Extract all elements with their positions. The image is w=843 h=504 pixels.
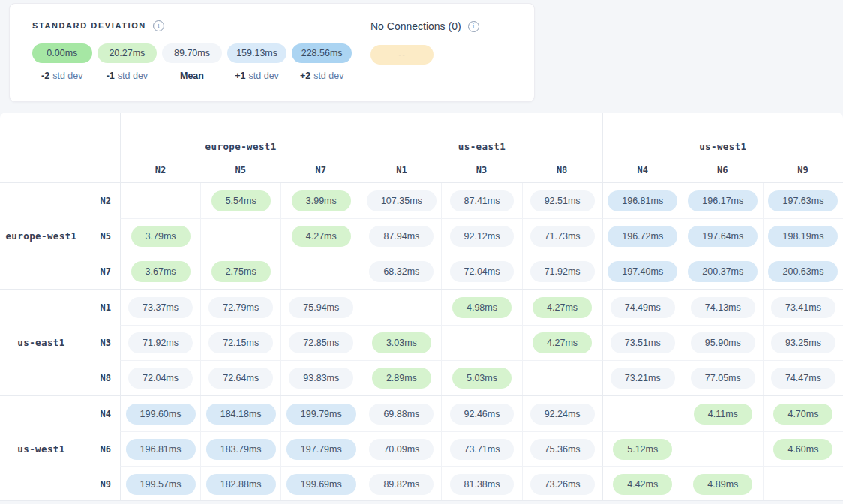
latency-pill[interactable]: 196.81ms	[126, 439, 196, 460]
latency-pill[interactable]: 72.85ms	[289, 332, 353, 353]
latency-pill[interactable]: 2.89ms	[372, 368, 431, 388]
latency-pill[interactable]: 73.21ms	[610, 368, 675, 388]
latency-pill[interactable]: 4.70ms	[773, 404, 832, 424]
latency-cell-N7-N8: 71.92ms	[522, 254, 602, 289]
latency-cell-N9-N1: 89.82ms	[361, 466, 441, 501]
latency-pill[interactable]: 4.60ms	[773, 439, 832, 460]
latency-cell-N1-N5: 72.79ms	[200, 290, 280, 325]
latency-pill[interactable]: 3.03ms	[372, 332, 431, 353]
matrix-region-header-row: europe-west1us-east1us-west1	[0, 112, 843, 158]
latency-pill[interactable]: 4.27ms	[532, 297, 592, 318]
latency-pill[interactable]: 4.27ms	[532, 332, 592, 353]
latency-pill[interactable]: 77.05ms	[691, 368, 755, 388]
latency-pill[interactable]: 72.04ms	[450, 261, 514, 282]
latency-pill[interactable]: 197.40ms	[608, 261, 677, 282]
latency-pill[interactable]: 81.38ms	[450, 474, 514, 495]
latency-pill[interactable]: 199.57ms	[126, 474, 196, 495]
latency-pill[interactable]: 182.88ms	[206, 474, 276, 495]
latency-pill[interactable]: 89.82ms	[369, 474, 434, 495]
latency-cell-N3-N1: 3.03ms	[361, 325, 441, 360]
latency-matrix: europe-west1us-east1us-west1 N2N5N7N1N3N…	[0, 112, 843, 501]
latency-pill[interactable]: 93.83ms	[289, 368, 353, 388]
latency-cell-N6-N6	[682, 431, 763, 466]
latency-pill[interactable]: 196.81ms	[608, 190, 677, 212]
latency-pill[interactable]: 199.60ms	[126, 404, 196, 424]
latency-cell-N8-N1: 2.89ms	[361, 360, 441, 395]
latency-pill[interactable]: 3.99ms	[292, 190, 351, 212]
latency-pill[interactable]: 4.11ms	[694, 404, 752, 424]
info-icon[interactable]: i	[153, 20, 164, 32]
info-icon[interactable]: i	[468, 21, 479, 32]
legend-stop-pill-4: 228.56ms	[292, 44, 352, 63]
region-row-label: us-west1	[0, 396, 82, 501]
latency-pill[interactable]: 72.15ms	[208, 332, 273, 353]
latency-pill[interactable]: 73.51ms	[610, 332, 675, 353]
latency-pill[interactable]: 92.24ms	[530, 404, 595, 424]
latency-pill[interactable]: 4.89ms	[693, 474, 752, 495]
matrix-node-header-row: N2N5N7N1N3N8N4N6N9	[0, 158, 843, 183]
latency-cell-N4-N3: 92.46ms	[441, 396, 521, 431]
latency-cell-N9-N2: 199.57ms	[120, 466, 200, 501]
latency-pill[interactable]: 92.12ms	[450, 226, 514, 247]
latency-pill[interactable]: 4.98ms	[452, 297, 512, 318]
latency-pill[interactable]: 3.79ms	[131, 226, 190, 247]
latency-pill[interactable]: 107.35ms	[367, 190, 436, 212]
latency-pill[interactable]: 75.94ms	[289, 297, 353, 318]
latency-cell-N7-N1: 68.32ms	[361, 254, 441, 289]
latency-pill[interactable]: 73.26ms	[530, 474, 595, 495]
latency-pill[interactable]: 200.37ms	[688, 261, 758, 282]
latency-pill[interactable]: 71.73ms	[530, 226, 595, 247]
latency-cell-N8-N9: 74.47ms	[763, 360, 843, 395]
latency-pill[interactable]: 72.79ms	[208, 297, 273, 318]
latency-pill[interactable]: 2.75ms	[212, 261, 271, 282]
latency-pill[interactable]: 196.72ms	[608, 226, 677, 247]
latency-pill[interactable]: 93.25ms	[771, 332, 836, 353]
latency-pill[interactable]: 197.64ms	[688, 226, 758, 247]
latency-pill[interactable]: 5.12ms	[613, 439, 672, 460]
latency-pill[interactable]: 72.64ms	[208, 368, 273, 388]
latency-cell-N9-N5: 182.88ms	[200, 466, 280, 501]
latency-pill[interactable]: 74.13ms	[691, 297, 755, 318]
latency-cell-N3-N2: 71.92ms	[120, 325, 200, 360]
latency-pill[interactable]: 183.79ms	[206, 439, 276, 460]
latency-pill[interactable]: 198.19ms	[768, 226, 838, 247]
latency-pill[interactable]: 95.90ms	[691, 332, 755, 353]
latency-pill[interactable]: 199.69ms	[286, 474, 356, 495]
latency-pill[interactable]: 92.46ms	[450, 404, 514, 424]
latency-pill[interactable]: 3.67ms	[131, 261, 190, 282]
latency-pill[interactable]: 184.18ms	[206, 404, 276, 424]
latency-pill[interactable]: 72.04ms	[128, 368, 193, 388]
latency-cell-N5-N2: 3.79ms	[120, 218, 200, 254]
latency-pill[interactable]: 4.42ms	[613, 474, 672, 495]
latency-cell-N1-N4: 74.49ms	[602, 290, 682, 325]
region-header-europe-west1: europe-west1	[120, 112, 361, 158]
latency-pill[interactable]: 74.49ms	[610, 297, 675, 318]
latency-pill[interactable]: 196.17ms	[688, 190, 758, 212]
latency-cell-N2-N7: 3.99ms	[280, 183, 361, 218]
latency-pill[interactable]: 73.71ms	[450, 439, 514, 460]
latency-pill[interactable]: 197.63ms	[768, 190, 838, 212]
latency-pill[interactable]: 68.32ms	[369, 261, 434, 282]
latency-pill[interactable]: 199.79ms	[286, 404, 356, 424]
latency-pill[interactable]: 69.88ms	[369, 404, 434, 424]
latency-pill[interactable]: 87.41ms	[450, 190, 514, 212]
latency-cell-N9-N7: 199.69ms	[280, 466, 361, 501]
latency-pill[interactable]: 197.79ms	[286, 439, 356, 460]
latency-pill[interactable]: 73.37ms	[128, 297, 193, 318]
latency-pill[interactable]: 200.63ms	[768, 261, 838, 282]
col-header-N7: N7	[280, 158, 361, 182]
latency-pill[interactable]: 73.41ms	[771, 297, 836, 318]
latency-cell-N1-N1	[361, 290, 441, 325]
latency-pill[interactable]: 87.94ms	[369, 226, 434, 247]
latency-pill[interactable]: 74.47ms	[771, 368, 836, 388]
latency-pill[interactable]: 75.36ms	[530, 439, 595, 460]
latency-cell-N5-N3: 92.12ms	[441, 218, 521, 254]
latency-cell-N4-N1: 69.88ms	[361, 396, 441, 431]
latency-pill[interactable]: 70.09ms	[369, 439, 434, 460]
latency-pill[interactable]: 5.54ms	[212, 190, 271, 212]
latency-pill[interactable]: 71.92ms	[128, 332, 193, 353]
latency-pill[interactable]: 71.92ms	[530, 261, 595, 282]
latency-pill[interactable]: 4.27ms	[292, 226, 351, 247]
latency-pill[interactable]: 5.03ms	[452, 368, 512, 388]
latency-pill[interactable]: 92.51ms	[530, 190, 595, 212]
